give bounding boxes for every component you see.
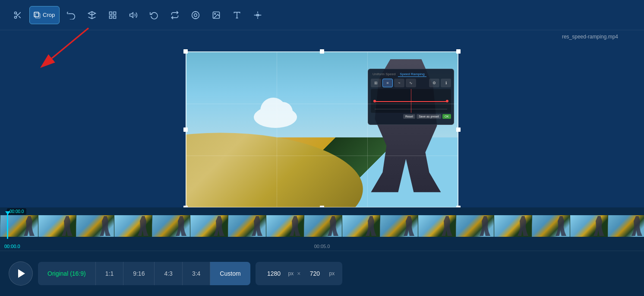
- dimension-separator: ×: [297, 270, 300, 277]
- timeline-strip[interactable]: [0, 215, 644, 237]
- ratio-9-16[interactable]: 9:16: [123, 262, 155, 285]
- dimension-box: px × px: [256, 262, 343, 285]
- thumb-frame-2: [38, 215, 76, 237]
- ratio-1-1[interactable]: 1:1: [96, 262, 123, 285]
- thumb-frame-5: [152, 215, 190, 237]
- thumb-frame-15: [532, 215, 570, 237]
- svg-point-14: [194, 13, 197, 16]
- svg-rect-10: [110, 16, 112, 18]
- thumb-frame-12: [418, 215, 456, 237]
- svg-point-1: [15, 16, 17, 18]
- timeline-playhead[interactable]: [7, 214, 8, 239]
- timeline-mid-label: 00:05.0: [314, 244, 330, 249]
- thumb-frame-4: [114, 215, 152, 237]
- speed-panel-icons: ⊞ ≡ ~ ∿ ⚙ ℹ: [371, 79, 451, 87]
- layout-button[interactable]: [104, 6, 122, 24]
- crop-button[interactable]: Crop: [29, 6, 60, 24]
- undo-button[interactable]: [62, 6, 80, 24]
- thumb-frame-16: [570, 215, 608, 237]
- svg-point-13: [192, 11, 199, 19]
- speed-node-start[interactable]: [373, 100, 376, 102]
- loop-button[interactable]: [166, 6, 184, 24]
- ratio-3-4[interactable]: 3:4: [183, 262, 210, 285]
- cut-button[interactable]: [9, 6, 27, 24]
- handle-top-right[interactable]: [456, 49, 461, 54]
- svg-marker-12: [130, 13, 133, 18]
- ratio-options: Original (16:9) 1:1 9:16 4:3 3:4 Custom: [38, 262, 250, 285]
- speed-graph[interactable]: [371, 89, 451, 113]
- wave2-mode-btn[interactable]: ∿: [406, 79, 416, 87]
- flip-button[interactable]: [83, 6, 101, 24]
- thumb-frame-10: [342, 215, 380, 237]
- svg-rect-5: [34, 12, 39, 17]
- thumb-frame-17: [608, 215, 644, 237]
- ratio-4-3[interactable]: 4:3: [155, 262, 182, 285]
- bottom-bar: Original (16:9) 1:1 9:16 4:3 3:4 Custom …: [0, 251, 644, 296]
- play-button[interactable]: [9, 261, 33, 286]
- ratio-original[interactable]: Original (16:9): [38, 262, 96, 285]
- thumb-frame-7: [228, 215, 266, 237]
- thumb-frame-1: [0, 215, 38, 237]
- speed-node-end[interactable]: [446, 100, 448, 102]
- height-px-label: px: [329, 271, 335, 277]
- svg-line-4: [16, 13, 18, 15]
- canvas-area: res_speed-ramping.mp4 Uniform Speed Spee…: [0, 30, 644, 238]
- handle-mid-left[interactable]: [183, 127, 188, 132]
- grid-mode-btn[interactable]: ⊞: [371, 79, 381, 87]
- svg-line-3: [19, 16, 21, 18]
- video-preview: Uniform Speed Speed Ramping ⊞ ≡ ~ ∿ ⚙ ℹ: [186, 51, 458, 208]
- timeline-start-label: 00:00.0: [4, 244, 20, 249]
- audio-button[interactable]: [124, 6, 142, 24]
- text-button[interactable]: [228, 6, 246, 24]
- svg-rect-6: [35, 13, 40, 18]
- crop-frame[interactable]: Uniform Speed Speed Ramping ⊞ ≡ ~ ∿ ⚙ ℹ: [186, 51, 458, 208]
- reset-button[interactable]: Reset: [403, 114, 415, 119]
- list-mode-btn[interactable]: ≡: [382, 79, 393, 87]
- thumb-frame-14: [494, 215, 532, 237]
- thumb-frame-11: [380, 215, 418, 237]
- handle-top-left[interactable]: [183, 49, 188, 54]
- thumb-frame-3: [76, 215, 114, 237]
- wave1-mode-btn[interactable]: ~: [394, 79, 404, 87]
- video-cloud: [254, 106, 297, 128]
- svg-point-0: [15, 12, 17, 14]
- handle-top-mid[interactable]: [320, 49, 324, 54]
- save-preset-button[interactable]: Save as preset: [417, 114, 441, 119]
- svg-point-18: [215, 13, 216, 14]
- speed-panel-footer: Reset Save as preset OK: [371, 114, 451, 119]
- thumb-frame-8: [266, 215, 304, 237]
- animate-button[interactable]: [186, 6, 205, 24]
- thumb-frame-6: [190, 215, 228, 237]
- svg-rect-9: [114, 12, 116, 14]
- uniform-speed-tab[interactable]: Uniform Speed: [371, 72, 397, 77]
- info-btn[interactable]: ℹ: [441, 79, 451, 87]
- settings-btn[interactable]: ⚙: [429, 79, 439, 87]
- reverse-button[interactable]: [145, 6, 163, 24]
- width-input[interactable]: [263, 270, 285, 277]
- width-px-label: px: [288, 271, 294, 277]
- thumb-frame-13: [456, 215, 494, 237]
- ok-button[interactable]: OK: [442, 114, 451, 119]
- filename-label: res_speed-ramping.mp4: [562, 34, 618, 40]
- crop-label: Crop: [43, 12, 55, 18]
- speed-ramping-panel[interactable]: Uniform Speed Speed Ramping ⊞ ≡ ~ ∿ ⚙ ℹ: [368, 69, 454, 125]
- svg-rect-8: [110, 12, 112, 14]
- toolbar: Crop: [0, 0, 644, 30]
- speed-ramping-tab[interactable]: Speed Ramping: [398, 72, 426, 77]
- image-button[interactable]: [207, 6, 225, 24]
- timeline: 00:00.0 00:00.0 00:05.0: [0, 207, 644, 251]
- thumb-frame-9: [304, 215, 342, 237]
- speed-panel-tabs: Uniform Speed Speed Ramping: [371, 72, 451, 77]
- handle-mid-right[interactable]: [456, 127, 461, 132]
- split-button[interactable]: [249, 6, 267, 24]
- svg-rect-11: [114, 16, 116, 18]
- height-input[interactable]: [304, 270, 325, 277]
- ratio-custom[interactable]: Custom: [210, 262, 250, 285]
